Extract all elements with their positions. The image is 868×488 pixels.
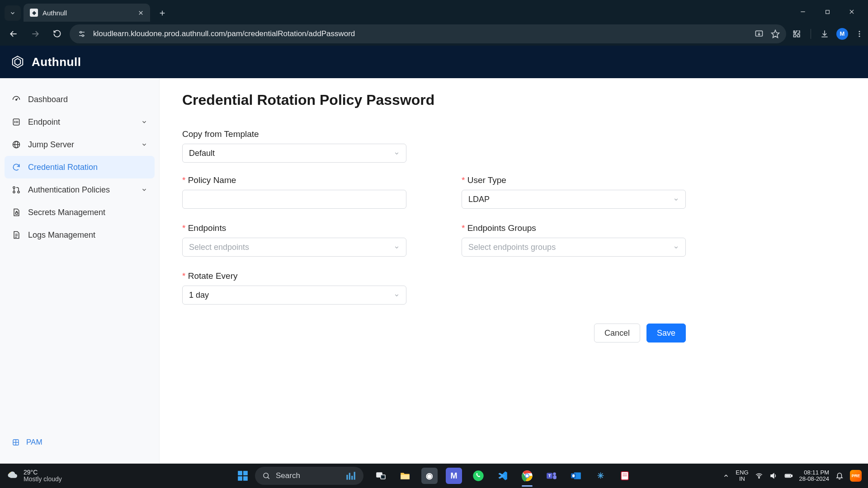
browser-tab[interactable]: ◆ Authnull <box>24 4 150 22</box>
taskbar-app-generic-1[interactable]: ◉ <box>421 468 438 484</box>
user-type-select[interactable]: LDAP <box>462 190 686 209</box>
tray-language[interactable]: ENG IN <box>736 469 748 483</box>
sidebar-item-authentication-policies[interactable]: Authentication Policies <box>5 178 155 201</box>
taskbar-app-chrome[interactable] <box>519 468 535 484</box>
install-icon <box>755 29 764 38</box>
taskbar-app-taskview[interactable] <box>373 468 389 484</box>
tray-volume[interactable] <box>769 472 778 480</box>
svg-rect-53 <box>351 476 353 480</box>
sidebar-item-label: Credential Rotation <box>28 163 98 172</box>
pull-request-icon <box>12 185 21 194</box>
minimize-icon <box>800 9 806 15</box>
taskbar-weather[interactable]: 29°C Mostly cloudy <box>6 469 62 483</box>
svg-rect-57 <box>401 475 410 479</box>
copy-from-template-select[interactable]: Default <box>182 144 406 163</box>
taskbar-app-explorer[interactable] <box>397 468 413 484</box>
copy-from-template-label: Copy from Template <box>182 129 406 139</box>
taskbar-app-vscode[interactable] <box>495 468 511 484</box>
sidebar-item-logs-management[interactable]: Logs Management <box>5 224 155 246</box>
browser-menu-button[interactable] <box>855 30 863 38</box>
window-minimize-button[interactable] <box>791 3 815 21</box>
tray-battery[interactable] <box>784 471 793 480</box>
endpoints-select[interactable]: Select endpoints <box>182 238 406 257</box>
cancel-button[interactable]: Cancel <box>594 324 640 343</box>
field-rotate-every: Rotate Every 1 day <box>182 271 406 305</box>
svg-marker-23 <box>15 59 21 66</box>
field-endpoints: Endpoints Select endpoints <box>182 223 406 257</box>
search-accent-icon <box>344 470 356 482</box>
field-user-type: User Type LDAP <box>462 175 686 209</box>
address-bar[interactable]: kloudlearn.kloudone.prod.authnull.com/pa… <box>70 24 786 43</box>
svg-rect-5 <box>826 10 829 14</box>
weather-cond: Mostly cloudy <box>24 476 62 483</box>
taskbar-app-whatsapp[interactable] <box>470 468 486 484</box>
nav-reload-button[interactable] <box>48 25 66 43</box>
main-content: Credential Rotation Policy Password Copy… <box>160 78 868 464</box>
svg-rect-74 <box>791 475 792 476</box>
start-button[interactable] <box>235 468 250 483</box>
extensions-button[interactable] <box>793 29 802 38</box>
rotate-every-select[interactable]: 1 day <box>182 286 406 305</box>
new-tab-button[interactable] <box>155 5 170 21</box>
weather-temp: 29°C <box>24 469 62 476</box>
save-button[interactable]: Save <box>646 324 686 343</box>
nav-back-button[interactable] <box>5 25 23 43</box>
tray-wifi[interactable] <box>755 472 763 480</box>
window-close-button[interactable] <box>840 3 863 21</box>
sidebar-footer-pam[interactable]: PAM <box>5 431 155 454</box>
tune-icon <box>78 30 86 38</box>
svg-rect-48 <box>243 476 248 481</box>
taskbar-app-outlook[interactable] <box>568 468 584 484</box>
sidebar-footer-label: PAM <box>26 438 42 447</box>
tray-overflow-button[interactable] <box>723 473 729 479</box>
sidebar-item-jump-server[interactable]: Jump Server <box>5 133 155 156</box>
weather-icon <box>6 469 19 482</box>
site-info-button[interactable] <box>76 28 88 40</box>
sidebar-item-label: Secrets Management <box>28 208 105 217</box>
server-icon <box>12 117 21 127</box>
teams-icon: T <box>546 470 557 482</box>
install-app-button[interactable] <box>755 29 764 38</box>
profile-avatar[interactable]: M <box>836 28 848 40</box>
tray-notifications[interactable] <box>835 472 844 480</box>
tab-strip: ◆ Authnull <box>0 0 868 22</box>
sidebar-item-credential-rotation[interactable]: Credential Rotation <box>5 156 155 178</box>
tab-close-button[interactable] <box>138 10 144 16</box>
sidebar-item-endpoint[interactable]: Endpoint <box>5 111 155 133</box>
sidebar-item-dashboard[interactable]: Dashboard <box>5 88 155 111</box>
nav-forward-button[interactable] <box>26 25 44 43</box>
grid-icon <box>12 438 20 446</box>
window-maximize-button[interactable] <box>816 3 839 21</box>
taskbar-app-teams[interactable]: T <box>543 468 560 484</box>
brand-name: Authnull <box>32 55 81 69</box>
taskbar-app-generic-4[interactable] <box>617 468 633 484</box>
tray-clock[interactable]: 08:11 PM 28-08-2024 <box>799 469 830 483</box>
brand-logo-icon <box>11 55 24 69</box>
svg-point-72 <box>758 477 759 478</box>
chevron-down-icon <box>9 10 16 16</box>
select-value: Default <box>189 149 215 158</box>
tab-search-button[interactable] <box>5 5 21 21</box>
taskbar-app-generic-2[interactable]: M <box>446 468 462 484</box>
policy-name-input[interactable] <box>182 190 406 209</box>
endpoints-groups-select[interactable]: Select endpoints groups <box>462 238 686 257</box>
taskbar-app-generic-3[interactable]: ✳ <box>592 468 609 484</box>
tray-copilot[interactable]: PRE <box>850 470 862 482</box>
clock-time: 08:11 PM <box>799 469 830 476</box>
close-icon <box>138 10 144 16</box>
chevron-down-icon <box>141 187 147 193</box>
arrow-right-icon <box>31 29 40 38</box>
sidebar-item-secrets-management[interactable]: Secrets Management <box>5 201 155 224</box>
svg-rect-54 <box>354 472 355 479</box>
page-title: Credential Rotation Policy Password <box>182 92 845 108</box>
svg-rect-37 <box>15 212 18 214</box>
sidebar-item-label: Jump Server <box>28 140 74 150</box>
taskbar-pinned-apps: ◉ M T ✳ <box>373 468 633 484</box>
taskbar-center: Search ◉ M T ✳ <box>235 467 633 485</box>
taskbar-search[interactable]: Search <box>255 467 363 485</box>
bookmark-button[interactable] <box>771 29 780 38</box>
svg-point-68 <box>572 474 575 478</box>
user-type-label: User Type <box>462 175 686 185</box>
svg-line-50 <box>268 477 269 479</box>
downloads-button[interactable] <box>820 29 829 38</box>
